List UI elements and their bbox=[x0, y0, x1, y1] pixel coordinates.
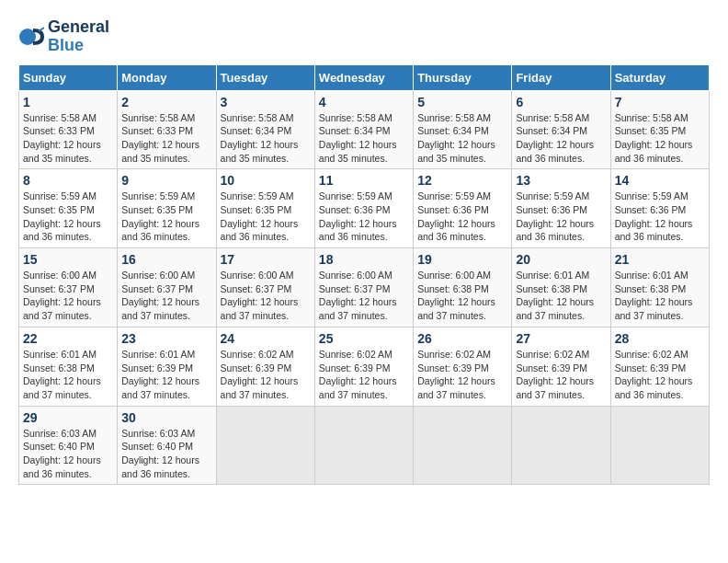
day-info: Sunrise: 5:59 AM Sunset: 6:36 PM Dayligh… bbox=[417, 190, 507, 244]
day-number: 28 bbox=[615, 331, 705, 346]
day-info: Sunrise: 5:58 AM Sunset: 6:33 PM Dayligh… bbox=[121, 111, 211, 166]
day-cell: 24 Sunrise: 6:02 AM Sunset: 6:39 PM Dayl… bbox=[216, 327, 314, 406]
logo-icon bbox=[18, 24, 44, 50]
column-header-thursday: Thursday bbox=[414, 64, 512, 90]
day-cell: 12 Sunrise: 5:59 AM Sunset: 6:36 PM Dayl… bbox=[414, 169, 512, 248]
day-info: Sunrise: 6:02 AM Sunset: 6:39 PM Dayligh… bbox=[221, 348, 311, 402]
day-info: Sunrise: 5:59 AM Sunset: 6:36 PM Dayligh… bbox=[516, 190, 606, 244]
week-row-4: 22 Sunrise: 6:01 AM Sunset: 6:38 PM Dayl… bbox=[19, 327, 710, 406]
day-cell: 20 Sunrise: 6:01 AM Sunset: 6:38 PM Dayl… bbox=[512, 248, 610, 327]
day-info: Sunrise: 5:59 AM Sunset: 6:36 PM Dayligh… bbox=[319, 190, 409, 244]
day-number: 5 bbox=[417, 95, 507, 109]
day-info: Sunrise: 5:59 AM Sunset: 6:36 PM Dayligh… bbox=[615, 190, 705, 244]
day-cell: 7 Sunrise: 5:58 AM Sunset: 6:35 PM Dayli… bbox=[610, 90, 709, 169]
day-info: Sunrise: 6:02 AM Sunset: 6:39 PM Dayligh… bbox=[319, 348, 409, 402]
day-info: Sunrise: 6:02 AM Sunset: 6:39 PM Dayligh… bbox=[516, 348, 606, 402]
day-cell: 25 Sunrise: 6:02 AM Sunset: 6:39 PM Dayl… bbox=[314, 327, 413, 406]
day-cell: 28 Sunrise: 6:02 AM Sunset: 6:39 PM Dayl… bbox=[610, 327, 709, 406]
day-cell: 3 Sunrise: 5:58 AM Sunset: 6:34 PM Dayli… bbox=[216, 90, 314, 169]
day-cell: 26 Sunrise: 6:02 AM Sunset: 6:39 PM Dayl… bbox=[414, 327, 512, 406]
day-info: Sunrise: 6:01 AM Sunset: 6:38 PM Dayligh… bbox=[615, 269, 705, 323]
day-info: Sunrise: 6:03 AM Sunset: 6:40 PM Dayligh… bbox=[121, 427, 211, 481]
day-cell: 15 Sunrise: 6:00 AM Sunset: 6:37 PM Dayl… bbox=[19, 248, 118, 327]
day-info: Sunrise: 5:58 AM Sunset: 6:33 PM Dayligh… bbox=[23, 111, 113, 166]
day-info: Sunrise: 6:02 AM Sunset: 6:39 PM Dayligh… bbox=[417, 348, 507, 402]
page-header: General Blue bbox=[18, 18, 710, 55]
week-row-2: 8 Sunrise: 5:59 AM Sunset: 6:35 PM Dayli… bbox=[19, 169, 710, 248]
day-number: 13 bbox=[516, 173, 606, 188]
column-header-saturday: Saturday bbox=[610, 64, 709, 90]
day-cell: 16 Sunrise: 6:00 AM Sunset: 6:37 PM Dayl… bbox=[118, 248, 216, 327]
day-info: Sunrise: 6:01 AM Sunset: 6:38 PM Dayligh… bbox=[23, 348, 113, 402]
day-cell: 21 Sunrise: 6:01 AM Sunset: 6:38 PM Dayl… bbox=[610, 248, 709, 327]
day-info: Sunrise: 5:58 AM Sunset: 6:34 PM Dayligh… bbox=[221, 111, 311, 166]
day-number: 24 bbox=[221, 331, 311, 346]
day-info: Sunrise: 5:58 AM Sunset: 6:34 PM Dayligh… bbox=[516, 111, 606, 166]
day-info: Sunrise: 6:00 AM Sunset: 6:37 PM Dayligh… bbox=[121, 269, 211, 323]
day-number: 2 bbox=[121, 95, 211, 109]
day-info: Sunrise: 5:59 AM Sunset: 6:35 PM Dayligh… bbox=[121, 190, 211, 244]
day-cell: 19 Sunrise: 6:00 AM Sunset: 6:38 PM Dayl… bbox=[414, 248, 512, 327]
day-number: 26 bbox=[417, 331, 507, 346]
day-info: Sunrise: 6:02 AM Sunset: 6:39 PM Dayligh… bbox=[615, 348, 705, 402]
day-number: 3 bbox=[221, 95, 311, 109]
day-number: 25 bbox=[319, 331, 409, 346]
day-number: 27 bbox=[516, 331, 606, 346]
day-cell: 6 Sunrise: 5:58 AM Sunset: 6:34 PM Dayli… bbox=[512, 90, 610, 169]
week-row-1: 1 Sunrise: 5:58 AM Sunset: 6:33 PM Dayli… bbox=[19, 90, 710, 169]
day-cell: 29 Sunrise: 6:03 AM Sunset: 6:40 PM Dayl… bbox=[19, 406, 118, 485]
day-cell: 11 Sunrise: 5:59 AM Sunset: 6:36 PM Dayl… bbox=[314, 169, 413, 248]
header-row: SundayMondayTuesdayWednesdayThursdayFrid… bbox=[19, 64, 710, 90]
day-cell bbox=[512, 406, 610, 485]
day-number: 20 bbox=[516, 252, 606, 267]
day-number: 23 bbox=[121, 331, 211, 346]
day-cell bbox=[610, 406, 709, 485]
week-row-3: 15 Sunrise: 6:00 AM Sunset: 6:37 PM Dayl… bbox=[19, 248, 710, 327]
day-info: Sunrise: 6:00 AM Sunset: 6:37 PM Dayligh… bbox=[23, 269, 113, 323]
day-cell: 1 Sunrise: 5:58 AM Sunset: 6:33 PM Dayli… bbox=[19, 90, 118, 169]
day-info: Sunrise: 5:59 AM Sunset: 6:35 PM Dayligh… bbox=[221, 190, 311, 244]
day-info: Sunrise: 5:59 AM Sunset: 6:35 PM Dayligh… bbox=[23, 190, 113, 244]
day-number: 8 bbox=[23, 173, 113, 188]
day-cell: 10 Sunrise: 5:59 AM Sunset: 6:35 PM Dayl… bbox=[216, 169, 314, 248]
day-cell: 9 Sunrise: 5:59 AM Sunset: 6:35 PM Dayli… bbox=[118, 169, 216, 248]
day-info: Sunrise: 5:58 AM Sunset: 6:34 PM Dayligh… bbox=[319, 111, 409, 166]
day-cell: 14 Sunrise: 5:59 AM Sunset: 6:36 PM Dayl… bbox=[610, 169, 709, 248]
day-number: 10 bbox=[221, 173, 311, 188]
day-info: Sunrise: 5:58 AM Sunset: 6:34 PM Dayligh… bbox=[417, 111, 507, 166]
day-number: 22 bbox=[23, 331, 113, 346]
day-cell: 13 Sunrise: 5:59 AM Sunset: 6:36 PM Dayl… bbox=[512, 169, 610, 248]
day-number: 19 bbox=[417, 252, 507, 267]
column-header-wednesday: Wednesday bbox=[314, 64, 413, 90]
logo: General Blue bbox=[18, 18, 109, 55]
day-number: 6 bbox=[516, 95, 606, 109]
day-cell: 18 Sunrise: 6:00 AM Sunset: 6:37 PM Dayl… bbox=[314, 248, 413, 327]
week-row-5: 29 Sunrise: 6:03 AM Sunset: 6:40 PM Dayl… bbox=[19, 406, 710, 485]
day-cell: 5 Sunrise: 5:58 AM Sunset: 6:34 PM Dayli… bbox=[414, 90, 512, 169]
day-cell: 23 Sunrise: 6:01 AM Sunset: 6:39 PM Dayl… bbox=[118, 327, 216, 406]
day-cell: 8 Sunrise: 5:59 AM Sunset: 6:35 PM Dayli… bbox=[19, 169, 118, 248]
day-number: 1 bbox=[23, 95, 113, 109]
day-number: 29 bbox=[23, 410, 113, 425]
column-header-friday: Friday bbox=[512, 64, 610, 90]
day-number: 12 bbox=[417, 173, 507, 188]
day-number: 17 bbox=[221, 252, 311, 267]
day-cell bbox=[216, 406, 314, 485]
day-number: 11 bbox=[319, 173, 409, 188]
column-header-tuesday: Tuesday bbox=[216, 64, 314, 90]
day-cell: 22 Sunrise: 6:01 AM Sunset: 6:38 PM Dayl… bbox=[19, 327, 118, 406]
column-header-monday: Monday bbox=[118, 64, 216, 90]
day-number: 15 bbox=[23, 252, 113, 267]
day-info: Sunrise: 6:01 AM Sunset: 6:38 PM Dayligh… bbox=[516, 269, 606, 323]
day-info: Sunrise: 6:00 AM Sunset: 6:38 PM Dayligh… bbox=[417, 269, 507, 323]
day-cell: 30 Sunrise: 6:03 AM Sunset: 6:40 PM Dayl… bbox=[118, 406, 216, 485]
day-info: Sunrise: 5:58 AM Sunset: 6:35 PM Dayligh… bbox=[615, 111, 705, 166]
day-info: Sunrise: 6:01 AM Sunset: 6:39 PM Dayligh… bbox=[121, 348, 211, 402]
day-number: 4 bbox=[319, 95, 409, 109]
day-cell: 4 Sunrise: 5:58 AM Sunset: 6:34 PM Dayli… bbox=[314, 90, 413, 169]
day-cell: 2 Sunrise: 5:58 AM Sunset: 6:33 PM Dayli… bbox=[118, 90, 216, 169]
day-number: 30 bbox=[121, 410, 211, 425]
logo-text: General Blue bbox=[48, 18, 109, 55]
day-cell: 27 Sunrise: 6:02 AM Sunset: 6:39 PM Dayl… bbox=[512, 327, 610, 406]
day-number: 9 bbox=[121, 173, 211, 188]
